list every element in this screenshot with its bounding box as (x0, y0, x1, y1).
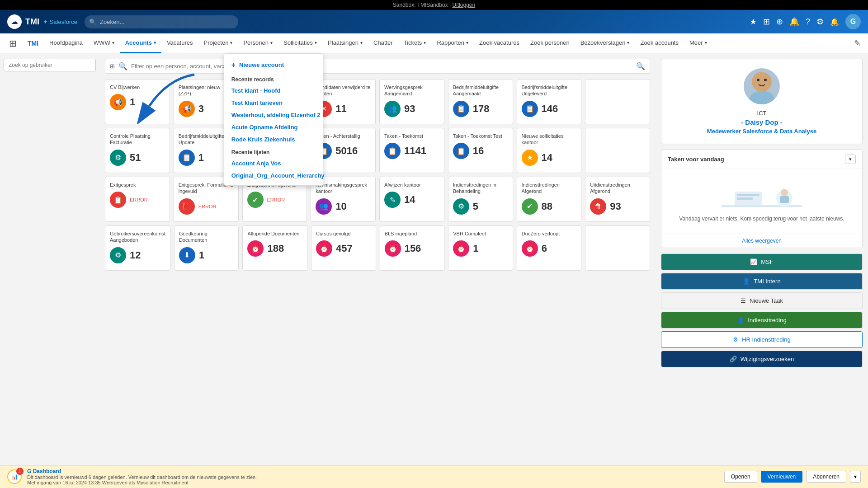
action-btn-1[interactable]: 👤TMI Intern (661, 273, 863, 290)
status-badge: 1 (16, 468, 24, 475)
switcher-icon[interactable]: ⊞ (763, 17, 770, 27)
app-name[interactable]: TMI (22, 40, 44, 47)
tasks-dropdown-btn[interactable]: ▾ (845, 155, 856, 164)
kpi-card-1-7[interactable] (585, 128, 650, 173)
filter-search-icon[interactable]: 🔍 (118, 62, 127, 70)
refresh-button[interactable]: Vernieuwen (761, 471, 803, 483)
kpi-icon-3-1: ⬇ (179, 247, 195, 263)
recent-record-1[interactable]: Test klant tarieven (224, 97, 323, 109)
kpi-number-3-6: 6 (542, 243, 547, 254)
nav-projecten[interactable]: Projecten ▾ (198, 33, 238, 53)
action-btn-0[interactable]: 📈MSF (661, 253, 863, 270)
bottom-buttons: Openen Vernieuwen Abonneren ▾ (724, 471, 861, 483)
kpi-bottom-0-0: 📢 1 (110, 94, 165, 110)
apps-grid-icon[interactable]: ⊞ (4, 38, 22, 49)
kpi-card-0-7[interactable] (585, 79, 650, 124)
action-btn-2[interactable]: ☰Nieuwe Taak (661, 292, 863, 309)
kpi-card-0-5[interactable]: Bedrijfsmiddeluitgifte Aangemaakt 📋 178 (448, 79, 513, 124)
nav-chatter[interactable]: Chatter (368, 33, 398, 53)
kpi-card-3-3[interactable]: Cursus gevolgd ⏰ 457 (311, 225, 376, 271)
nav-zoek-accounts[interactable]: Zoek accounts (635, 33, 684, 53)
kpi-card-3-6[interactable]: DocZero verloopt ⏰ 6 (517, 225, 582, 271)
kpi-card-1-6[interactable]: Nieuwe sollicitaties kantoor ★ 14 (517, 128, 582, 173)
kpi-card-2-4[interactable]: Afwijzen kantoor ✎ 14 (379, 177, 444, 222)
kpi-bottom-2-2: ✔ ERROR (247, 192, 302, 208)
nav-www[interactable]: WWW ▾ (88, 33, 120, 53)
kpi-card-1-0[interactable]: Controle Plaatsing Facturatie ⚙ 51 (105, 128, 170, 173)
open-button[interactable]: Openen (724, 471, 757, 483)
new-account-label: Nieuwe account (239, 61, 284, 68)
dashboard-name-row: G Dashboard (27, 468, 257, 474)
filter-input[interactable] (131, 63, 632, 70)
kpi-card-3-5[interactable]: VBH Compleet ⏰ 1 (448, 225, 513, 271)
subscribe-button[interactable]: Abonneren (806, 471, 846, 483)
nav-vacatures[interactable]: Vacatures (161, 33, 198, 53)
kpi-card-1-4[interactable]: Taken - Toekomst 📋 1141 (379, 128, 444, 173)
notification-icon[interactable]: 🔔 (830, 18, 839, 26)
status-dropdown-button[interactable]: ▾ (850, 471, 861, 483)
nav-rapporten[interactable]: Rapporten ▾ (431, 33, 474, 53)
kpi-card-3-1[interactable]: Goedkeuring Documenten ⬇ 1 (174, 225, 239, 271)
kpi-number-0-5: 178 (473, 103, 490, 115)
nav-personen[interactable]: Personen ▾ (238, 33, 278, 53)
tasks-empty-illustration: Vandaag vervalt er niets. Kom spoedig te… (661, 169, 862, 234)
new-account-item[interactable]: + Nieuwe account (224, 57, 323, 73)
kpi-card-3-4[interactable]: BLS ingepland ⏰ 156 (380, 225, 445, 271)
action-btn-4[interactable]: ⚙HR Indiensttreding (661, 331, 863, 348)
bell-icon[interactable]: 🔔 (789, 17, 799, 27)
user-search-input[interactable] (4, 59, 96, 71)
recent-list-0[interactable]: Account Anja Vos (224, 157, 323, 169)
logout-link[interactable]: Uitloggen (452, 2, 475, 8)
tasks-show-all[interactable]: Alles weergeven (661, 234, 862, 248)
action-btn-3[interactable]: 👤Indiensttreding (661, 312, 863, 328)
settings-icon[interactable]: ⚙ (816, 17, 824, 27)
kpi-bottom-3-0: ⚙ 12 (110, 247, 165, 263)
global-search-container[interactable]: 🔍 (85, 15, 238, 28)
user-avatar[interactable]: G (845, 14, 861, 29)
kpi-title-3-0: Gebruikersovereenkomst Aangeboden (110, 230, 165, 244)
tasks-header: Taken voor vandaag ▾ (661, 150, 862, 169)
nav-zoek-personen[interactable]: Zoek personen (525, 33, 575, 53)
kpi-card-2-5[interactable]: Indiensttredingen in Behandeling ⚙ 5 (448, 177, 513, 222)
nav-tickets[interactable]: Tickets ▾ (398, 33, 432, 53)
kpi-card-2-6[interactable]: Indiensttredingen Afgerond ✔ 88 (517, 177, 582, 222)
app-header: ☁ TMI ✦ Salesforce 🔍 ★ ⊞ ⊕ 🔔 ? ⚙ 🔔 G (0, 10, 868, 33)
dashboard-name: G Dashboard (27, 468, 61, 474)
help-icon[interactable]: ? (806, 17, 810, 27)
add-icon[interactable]: ⊕ (776, 17, 783, 27)
nav-plaatsingen[interactable]: Plaatsingen ▾ (322, 33, 368, 53)
recent-record-2[interactable]: Westerhout, afdeling Elzenhof 2 (224, 109, 323, 121)
global-search-input[interactable] (85, 15, 238, 28)
recent-list-1[interactable]: Original_Org_Account_Hierarchy (224, 169, 323, 182)
recent-record-3[interactable]: Acute Opname Afdeling (224, 121, 323, 133)
kpi-title-2-4: Afwijzen kantoor (384, 182, 439, 188)
favorites-icon[interactable]: ★ (750, 17, 757, 27)
nav-hoofdpagina[interactable]: Hoofdpagina (44, 33, 88, 53)
kpi-card-0-6[interactable]: Bedrijfsmiddeluitgifte Uitgeleverd 📋 146 (517, 79, 582, 124)
kpi-card-3-0[interactable]: Gebruikersovereenkomst Aangeboden ⚙ 12 (105, 225, 170, 271)
kpi-card-2-7[interactable]: Uitdiensttredingen Afgerond 🗑 93 (585, 177, 650, 222)
kpi-card-3-2[interactable]: Aflopende Documenten ⏰ 188 (242, 225, 307, 271)
nav-sollicitaties[interactable]: Sollicitaties ▾ (278, 33, 322, 53)
kpi-icon-2-5: ⚙ (453, 198, 469, 215)
nav-meer[interactable]: Meer ▾ (684, 33, 712, 53)
warning-text: Dit dashboard is vernieuwd 6 dagen geled… (27, 474, 257, 480)
tasks-empty-text: Vandaag vervalt er niets. Kom spoedig te… (670, 216, 853, 222)
recent-record-0[interactable]: Test klant - Hoofd (224, 84, 323, 97)
kpi-card-3-7[interactable] (585, 225, 650, 271)
recent-record-4[interactable]: Rode Kruis Ziekenhuis (224, 133, 323, 145)
nav-zoek-vacatures[interactable]: Zoek vacatures (474, 33, 525, 53)
filter-icon[interactable]: 🔍 (636, 62, 645, 70)
action-btn-icon-1: 👤 (743, 278, 750, 285)
action-btn-5[interactable]: 🔗Wijzigingsverzoeken (661, 351, 863, 367)
kpi-card-0-0[interactable]: CV Bijwerken 📢 1 (105, 79, 170, 124)
kpi-card-2-0[interactable]: Exitgesprek 📋 ERROR (105, 177, 170, 222)
nav-edit-icon[interactable]: ✎ (850, 38, 864, 48)
kpi-bottom-2-3: 👥 10 (316, 198, 371, 215)
action-btn-icon-5: 🔗 (730, 356, 737, 362)
kpi-card-1-5[interactable]: Taken - Toekomst Test 📋 16 (448, 128, 513, 173)
nav-bezoekverslagen[interactable]: Bezoekverslagen ▾ (575, 33, 635, 53)
kpi-error-2-1: ERROR (198, 204, 217, 209)
nav-accounts[interactable]: Accounts ▾ + Nieuwe account Recente reco… (120, 33, 161, 53)
kpi-card-0-4[interactable]: Wervingsgesprek Aangemaakt 👥 93 (379, 79, 444, 124)
